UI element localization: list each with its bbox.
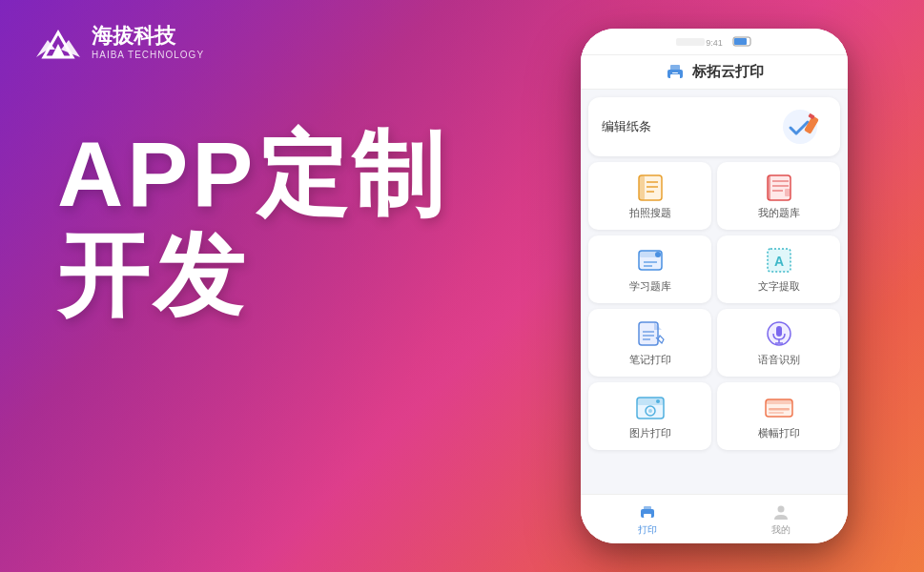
svg-point-44 bbox=[656, 399, 660, 403]
svg-rect-48 bbox=[769, 408, 790, 411]
menu-label-hengfu: 横幅打印 bbox=[758, 426, 800, 440]
printer-icon bbox=[666, 65, 685, 80]
print-nav-icon bbox=[638, 502, 657, 521]
logo-area: 海拔科技 HAIBA TECHNOLOGY bbox=[34, 23, 204, 61]
phone-bottom-nav: 打印 我的 bbox=[581, 494, 848, 543]
mine-nav-icon bbox=[771, 502, 791, 521]
menu-label-biji: 笔记打印 bbox=[629, 353, 671, 367]
voice-icon bbox=[764, 318, 794, 349]
svg-rect-49 bbox=[769, 412, 784, 414]
nav-mine[interactable]: 我的 bbox=[714, 495, 848, 543]
photo-icon bbox=[635, 392, 666, 422]
menu-label-xuexi: 学习题库 bbox=[629, 279, 671, 294]
menu-label-wenzi: 文字提取 bbox=[758, 279, 800, 294]
menu-label-tupian: 图片打印 bbox=[629, 426, 671, 440]
menu-item-wenzi[interactable]: A 文字提取 bbox=[717, 235, 840, 303]
svg-rect-38 bbox=[776, 326, 782, 337]
svg-point-45 bbox=[648, 409, 652, 413]
logo-cn: 海拔科技 bbox=[92, 24, 204, 49]
banner-card: 编辑纸条 bbox=[588, 97, 840, 156]
phone-content: 编辑纸条 bbox=[581, 90, 848, 494]
phone-mockup: 9:41 标拓云打印 编辑纸条 bbox=[581, 29, 848, 543]
svg-rect-9 bbox=[670, 65, 680, 71]
headline-line2: 开发 bbox=[57, 225, 447, 326]
text-icon: A bbox=[764, 245, 794, 276]
menu-item-paizhao[interactable]: 拍照搜题 bbox=[588, 162, 711, 230]
svg-rect-47 bbox=[766, 399, 792, 404]
menu-grid: 拍照搜题 我的题库 bbox=[588, 162, 840, 450]
headline-line1: APP定制 bbox=[57, 124, 447, 225]
landscape-icon bbox=[764, 392, 794, 422]
svg-rect-10 bbox=[670, 74, 680, 79]
menu-label-mytiku: 我的题库 bbox=[758, 206, 800, 220]
phone-status-bar: 9:41 bbox=[581, 29, 848, 55]
menu-item-hengfu[interactable]: 横幅打印 bbox=[717, 382, 840, 450]
menu-item-tupian[interactable]: 图片打印 bbox=[588, 382, 711, 450]
svg-rect-4 bbox=[676, 38, 705, 46]
menu-label-paizhao: 拍照搜题 bbox=[629, 206, 671, 220]
svg-rect-52 bbox=[644, 514, 651, 518]
study-icon bbox=[635, 245, 666, 276]
svg-rect-21 bbox=[768, 175, 770, 200]
menu-label-yuyin: 语音识别 bbox=[758, 353, 800, 367]
svg-rect-20 bbox=[768, 175, 791, 200]
nav-print-label: 打印 bbox=[638, 523, 657, 537]
nav-print[interactable]: 打印 bbox=[581, 495, 714, 543]
status-icons: 9:41 bbox=[676, 35, 752, 49]
menu-item-yuyin[interactable]: 语音识别 bbox=[717, 309, 840, 377]
logo-en: HAIBA TECHNOLOGY bbox=[92, 50, 204, 60]
svg-rect-25 bbox=[785, 189, 791, 196]
phone-header-title: 标拓云打印 bbox=[692, 63, 764, 81]
menu-item-mytiku[interactable]: 我的题库 bbox=[717, 162, 840, 230]
svg-rect-51 bbox=[644, 506, 651, 510]
logo-icon bbox=[34, 23, 82, 61]
headline: APP定制 开发 bbox=[57, 124, 447, 325]
note-icon bbox=[635, 318, 666, 349]
menu-item-xuexi[interactable]: 学习题库 bbox=[588, 235, 711, 303]
svg-marker-3 bbox=[51, 44, 65, 57]
phone-inner: 9:41 标拓云打印 编辑纸条 bbox=[581, 29, 848, 543]
banner-illustration bbox=[773, 107, 827, 147]
svg-text:A: A bbox=[773, 254, 783, 269]
book-icon bbox=[635, 172, 666, 202]
notebook-icon bbox=[764, 172, 794, 202]
svg-text:9:41: 9:41 bbox=[706, 38, 723, 48]
svg-rect-16 bbox=[639, 175, 645, 200]
svg-point-53 bbox=[778, 505, 785, 512]
menu-item-biji[interactable]: 笔记打印 bbox=[588, 309, 711, 377]
svg-rect-7 bbox=[734, 38, 747, 45]
svg-point-30 bbox=[655, 252, 661, 257]
banner-text: 编辑纸条 bbox=[602, 118, 651, 135]
logo-text: 海拔科技 HAIBA TECHNOLOGY bbox=[92, 24, 204, 59]
svg-rect-11 bbox=[672, 72, 678, 73]
nav-mine-label: 我的 bbox=[771, 523, 791, 537]
phone-app-header: 标拓云打印 bbox=[581, 55, 848, 90]
